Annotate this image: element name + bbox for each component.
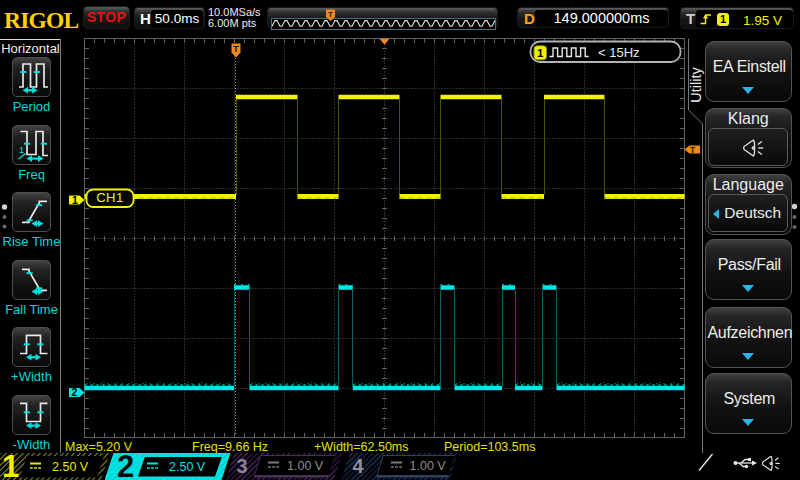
svg-text:T: T xyxy=(233,43,239,54)
svg-text:T: T xyxy=(690,145,696,155)
svg-text:1: 1 xyxy=(537,47,544,59)
svg-text:CH1: CH1 xyxy=(96,190,124,205)
svg-text:1: 1 xyxy=(19,144,24,155)
svg-text:1: 1 xyxy=(72,194,78,206)
svg-text:2: 2 xyxy=(72,386,78,398)
svg-text:< 15Hz: < 15Hz xyxy=(598,45,640,60)
